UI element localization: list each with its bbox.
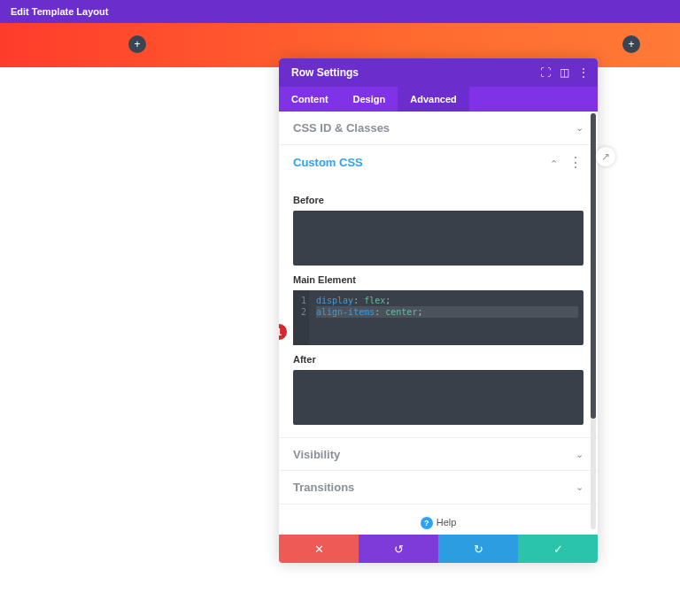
cancel-button[interactable]: ✕ (279, 535, 359, 563)
scrollbar-thumb[interactable] (591, 113, 596, 419)
check-icon: ✓ (553, 543, 563, 556)
share-icon: ↗ (601, 150, 610, 163)
before-label: Before (293, 195, 583, 205)
close-icon: ✕ (314, 543, 324, 556)
panel-action-bar: ✕ ↺ ↻ ✓ (279, 535, 598, 563)
add-section-button-right[interactable]: + (622, 35, 640, 53)
accordion-title: Custom CSS (293, 156, 363, 169)
accordion-title: Visibility (293, 448, 340, 461)
top-bar-title: Edit Template Layout (11, 6, 108, 17)
accordion-title: CSS ID & Classes (293, 121, 390, 135)
help-label: Help (437, 517, 457, 527)
code-line: display: flex; (316, 295, 578, 306)
plus-icon: + (628, 38, 634, 50)
settings-tabs: Content Design Advanced (279, 87, 598, 112)
more-icon[interactable]: ⋮ (578, 66, 589, 79)
add-section-button-left[interactable]: + (128, 35, 146, 53)
undo-icon: ↺ (394, 543, 404, 556)
custom-css-section: Before Main Element 1 2 display: flex; a… (279, 179, 598, 437)
after-css-input[interactable] (293, 370, 583, 425)
help-link[interactable]: ?Help (279, 504, 598, 535)
code-gutter: 1 2 (293, 290, 309, 345)
help-icon: ? (421, 517, 433, 529)
share-settings-icon[interactable]: ↗ (596, 147, 615, 166)
code-line: align-items: center; (316, 306, 578, 318)
chevron-down-icon: ⌄ (576, 449, 583, 460)
panel-header-actions: ⛶ ◫ ⋮ (540, 66, 589, 79)
panel-title: Row Settings (291, 66, 359, 79)
chevron-down-icon: ⌄ (576, 122, 583, 134)
redo-icon: ↻ (474, 543, 483, 556)
tab-advanced[interactable]: Advanced (398, 87, 469, 112)
redo-button[interactable]: ↻ (438, 535, 518, 563)
tab-content[interactable]: Content (279, 87, 341, 112)
accordion-transitions[interactable]: Transitions ⌄ (279, 471, 598, 504)
expand-icon[interactable]: ⛶ (540, 66, 551, 79)
code-content: display: flex; align-items: center; (316, 295, 578, 318)
main-element-css-input[interactable]: 1 2 display: flex; align-items: center; (293, 290, 583, 345)
main-element-label: Main Element (293, 274, 583, 285)
accordion-right: ⌃ ⋮ (550, 154, 583, 171)
panel-body: 1 CSS ID & Classes ⌄ Custom CSS ⌃ ⋮ Befo… (279, 112, 598, 535)
save-button[interactable]: ✓ (518, 535, 598, 563)
marker-number: 1 (279, 327, 282, 337)
top-bar: Edit Template Layout (0, 0, 680, 23)
tab-design[interactable]: Design (341, 87, 398, 112)
chevron-up-icon: ⌃ (550, 158, 558, 169)
line-no: 2 (296, 306, 306, 318)
accordion-custom-css[interactable]: Custom CSS ⌃ ⋮ (279, 145, 598, 179)
line-no: 1 (296, 295, 306, 306)
chevron-down-icon: ⌄ (576, 481, 583, 493)
undo-button[interactable]: ↺ (359, 535, 438, 563)
more-icon[interactable]: ⋮ (568, 155, 583, 170)
plus-icon: + (134, 38, 140, 50)
panel-header[interactable]: Row Settings ⛶ ◫ ⋮ (279, 58, 598, 87)
before-css-input[interactable] (293, 211, 583, 266)
column-icon[interactable]: ◫ (560, 66, 569, 79)
accordion-visibility[interactable]: Visibility ⌄ (279, 437, 598, 471)
row-settings-panel: Row Settings ⛶ ◫ ⋮ Content Design Advanc… (279, 58, 598, 563)
accordion-css-id-classes[interactable]: CSS ID & Classes ⌄ (279, 112, 598, 145)
after-label: After (293, 354, 583, 365)
accordion-title: Transitions (293, 481, 354, 494)
